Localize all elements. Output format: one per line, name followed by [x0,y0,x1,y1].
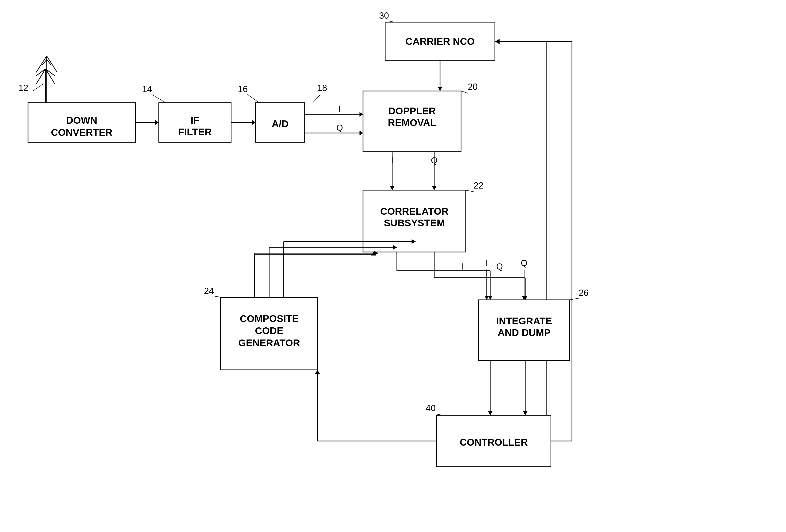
svg-marker-112 [523,411,528,415]
svg-text:COMPOSITE: COMPOSITE [240,313,299,324]
svg-text:16: 16 [238,84,248,94]
svg-text:CONVERTER: CONVERTER [51,127,113,138]
svg-line-17 [33,84,43,91]
svg-marker-119 [495,39,499,44]
svg-text:I: I [486,258,488,268]
svg-text:A/D: A/D [272,118,288,129]
svg-marker-26 [252,120,256,125]
svg-text:20: 20 [468,82,478,92]
svg-text:IF: IF [190,115,199,126]
diagram: DOWN CONVERTER 12 IF FILTER 14 A/D 16 18 [0,0,786,532]
svg-text:40: 40 [426,403,436,413]
svg-marker-56 [390,186,394,190]
diagram-svg: DOWN CONVERTER 12 IF FILTER 14 A/D 16 18 [0,0,786,532]
svg-text:FILTER: FILTER [178,126,212,138]
svg-marker-49 [438,87,442,91]
svg-line-70 [215,296,224,297]
svg-text:18: 18 [317,83,327,93]
svg-text:14: 14 [142,84,152,94]
svg-marker-35 [360,112,363,117]
svg-text:26: 26 [579,288,588,298]
svg-text:CARRIER NCO: CARRIER NCO [406,36,475,47]
svg-line-24 [152,95,166,103]
svg-marker-38 [360,131,363,135]
svg-text:GENERATOR: GENERATOR [238,337,300,348]
svg-text:24: 24 [204,286,214,296]
svg-text:CONTROLLER: CONTROLLER [460,437,528,448]
svg-line-43 [461,91,468,93]
svg-text:I: I [339,104,341,114]
svg-line-32 [313,95,320,103]
svg-text:DOPPLER: DOPPLER [388,105,436,116]
svg-text:I: I [461,262,463,271]
svg-text:DOWN: DOWN [66,115,97,126]
svg-text:INTEGRATE: INTEGRATE [496,315,552,327]
svg-marker-94 [488,296,492,300]
svg-line-0 [36,69,46,84]
svg-text:Q: Q [496,262,503,271]
svg-text:Q: Q [521,258,527,268]
svg-text:SUBSYSTEM: SUBSYSTEM [384,217,445,228]
svg-text:AND DUMP: AND DUMP [498,327,551,338]
svg-marker-110 [488,411,492,415]
svg-marker-115 [315,370,320,374]
svg-text:12: 12 [19,83,28,93]
svg-marker-59 [432,186,437,190]
svg-text:CODE: CODE [255,325,283,336]
svg-marker-19 [155,120,159,125]
svg-text:REMOVAL: REMOVAL [388,117,436,128]
svg-text:30: 30 [379,11,389,21]
svg-text:22: 22 [473,180,483,190]
svg-text:Q: Q [337,123,343,132]
svg-line-30 [248,95,259,103]
svg-text:CORRELATOR: CORRELATOR [380,206,448,217]
svg-line-64 [466,190,474,192]
svg-line-12 [47,56,57,72]
svg-line-104 [570,298,579,300]
